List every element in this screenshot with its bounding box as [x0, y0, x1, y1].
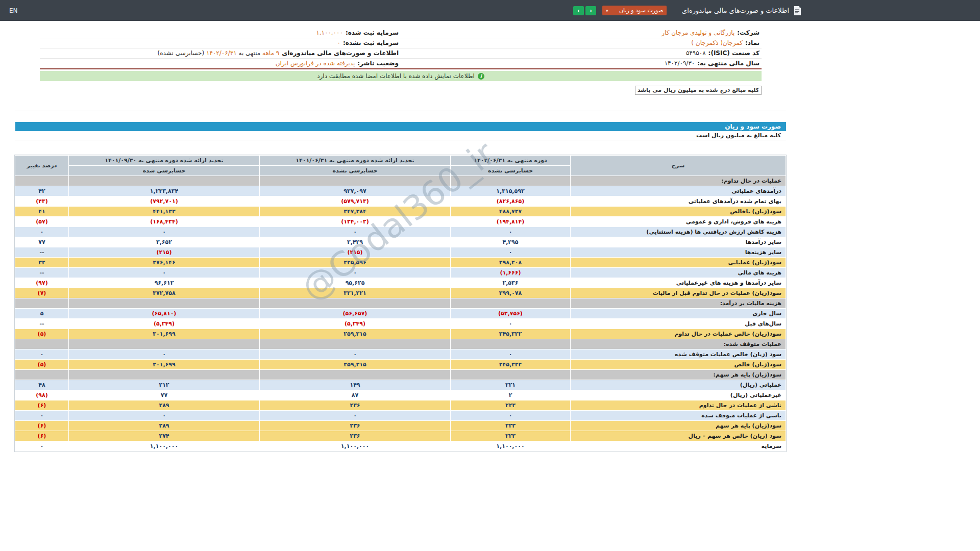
value-cell: (۲۱۵) — [69, 247, 260, 258]
section-row: سود(زیان) پایه هر سهم: — [15, 370, 786, 380]
value-cell: ۰ — [69, 349, 260, 360]
value-cell: ۰ — [69, 411, 260, 421]
info-value: منتهی به — [238, 49, 260, 57]
value-cell — [451, 298, 571, 309]
value-cell: (۷) — [15, 288, 69, 298]
row-label: هزینه های فروش، اداری و عمومی — [571, 217, 786, 227]
info-cell: وضعیت ناشر:پذیرفته شده در فرابورس ایران — [40, 59, 401, 69]
info-value: بازرگانی و تولیدی مرجان کار — [662, 29, 734, 36]
value-cell: ۰ — [15, 411, 69, 421]
value-cell: ۲۲۳ — [451, 400, 571, 411]
value-cell: (۵) — [15, 329, 69, 339]
value-cell: (۱۲۴,۰۰۲) — [260, 217, 451, 227]
value-cell: ۰ — [69, 227, 260, 237]
value-cell: ۱,۱۰۰,۰۰۰ — [69, 441, 260, 452]
section-row: عملیات در حال تداوم: — [15, 176, 786, 186]
value-cell: ۱,۳۱۵,۵۹۲ — [451, 186, 571, 196]
value-cell: ۴۸۸,۷۲۷ — [451, 207, 571, 217]
value-cell: ۰ — [15, 227, 69, 237]
row-label: سود (زیان) خالص هر سهم – ریال — [571, 431, 786, 441]
next-statement-button[interactable]: › — [573, 6, 584, 15]
signature-banner-text: اطلاعات نمایش داده شده با اطلاعات امضا ش… — [317, 72, 475, 80]
value-cell: ۰ — [260, 349, 451, 360]
info-row: کد صنعت (ISIC):۵۴۹۵۰۸ اطلاعات و صورت‌های… — [40, 48, 762, 59]
data-row: سرمایه۱,۱۰۰,۰۰۰۱,۱۰۰,۰۰۰۱,۱۰۰,۰۰۰۰ — [15, 441, 786, 452]
data-row: سود(زیان) پایه هر سهم۲۲۳۲۳۶۲۸۹(۶) — [15, 421, 786, 431]
value-cell: ۴,۲۹۵ — [451, 237, 571, 247]
value-cell: (۵۷۹,۷۱۳) — [260, 196, 451, 207]
column-header: درصد تغییر — [15, 156, 69, 176]
data-row: غیرعملیاتی (ریال)۲۸۷۷۷(۹۸) — [15, 390, 786, 400]
value-cell: ۲۷۴ — [69, 431, 260, 441]
row-label: درآمدهای عملیاتی — [571, 186, 786, 196]
unit-note-tab[interactable]: کلیه مبالغ درج شده به میلیون ریال می باش… — [635, 86, 762, 95]
row-label: هزینه مالیات بر درآمد: — [571, 298, 786, 309]
value-cell: ۲۹۸,۲۰۸ — [451, 258, 571, 268]
value-cell — [69, 298, 260, 309]
info-label: نماد: — [745, 39, 760, 46]
prev-statement-button[interactable]: ‹ — [585, 6, 596, 15]
value-cell: ۲۴۵,۳۲۲ — [451, 329, 571, 339]
data-row: سایر درآمدها۴,۲۹۵۲,۴۲۹۳,۶۵۲۷۷ — [15, 237, 786, 247]
language-toggle[interactable]: EN — [9, 7, 18, 14]
row-label: سرمایه — [571, 441, 786, 452]
value-cell: ۲,۵۳۶ — [451, 278, 571, 288]
value-cell: ۰ — [451, 227, 571, 237]
value-cell — [15, 339, 69, 349]
statement-select-value: صورت سود و زیان — [619, 7, 663, 14]
value-cell: ۲ — [451, 390, 571, 400]
info-label: سرمایه ثبت نشده: — [343, 39, 399, 46]
data-row: هزینه های فروش، اداری و عمومی(۱۹۴,۸۱۴)(۱… — [15, 217, 786, 227]
value-cell: (۵,۲۴۹) — [69, 319, 260, 329]
value-cell: ۲۲۵,۵۹۶ — [260, 258, 451, 268]
data-row: سود(زیان) خالص عملیات در حال تداوم۲۴۵,۳۲… — [15, 329, 786, 339]
value-cell — [260, 176, 451, 186]
data-row: ناشی از عملیات متوقف شده۰۰۰۰ — [15, 411, 786, 421]
data-row: ناشی از عملیات در حال تداوم۲۲۳۲۳۶۲۸۹(۶) — [15, 400, 786, 411]
value-cell: ۰ — [260, 268, 451, 278]
data-row: سود (زیان) خالص عملیات متوقف شده۰۰۰۰ — [15, 349, 786, 360]
info-label: سرمایه ثبت شده: — [346, 29, 399, 36]
table-body: عملیات در حال تداوم:درآمدهای عملیاتی۱,۳۱… — [15, 176, 786, 452]
value-cell: (۵۷) — [15, 217, 69, 227]
value-cell: -- — [15, 319, 69, 329]
value-cell: ۰ — [15, 441, 69, 452]
value-cell — [69, 339, 260, 349]
info-value: ۹ ماهه — [262, 49, 279, 57]
data-row: سایر هزینه‌ها۰(۲۱۵)(۲۱۵)-- — [15, 247, 786, 258]
report-icon — [793, 6, 801, 15]
column-subheader: حسابرسی نشده — [451, 166, 571, 176]
row-label: سود (زیان) خالص عملیات متوقف شده — [571, 349, 786, 360]
row-label: سایر درآمدها و هزینه های غیرعملیاتی — [571, 278, 786, 288]
info-cell: سال مالی منتهی به:۱۴۰۲/۰۹/۳۰ — [401, 59, 762, 69]
value-cell: (۵,۲۴۹) — [260, 319, 451, 329]
data-row: سود(زیان) خالص۲۴۵,۳۲۲۲۵۹,۳۱۵۳۰۱,۶۹۹(۵) — [15, 360, 786, 370]
value-cell: ۴۴۱,۱۳۳ — [69, 207, 260, 217]
section-row: هزینه مالیات بر درآمد: — [15, 298, 786, 309]
row-label: سود(زیان) پایه هر سهم: — [571, 370, 786, 380]
value-cell: (۱۶۸,۴۲۴) — [69, 217, 260, 227]
info-value: ۱۴۰۲/۰۹/۳۰ — [665, 60, 695, 67]
value-cell: (۴۳) — [15, 196, 69, 207]
column-header: شرح — [571, 156, 786, 176]
info-cell: شرکت:بازرگانی و تولیدی مرجان کار — [401, 28, 762, 38]
row-label: ناشی از عملیات در حال تداوم — [571, 400, 786, 411]
value-cell: (۶) — [15, 400, 69, 411]
value-cell: ۰ — [451, 319, 571, 329]
column-subheader: حسابرسی نشده — [260, 166, 451, 176]
statement-select[interactable]: صورت سود و زیان ▾ — [602, 6, 667, 15]
row-label: سال جاری — [571, 309, 786, 319]
value-cell: ۲,۴۲۹ — [260, 237, 451, 247]
value-cell: ۲۵۹,۳۱۵ — [260, 329, 451, 339]
value-cell: ۲۳۶ — [260, 421, 451, 431]
value-cell: ۰ — [69, 268, 260, 278]
data-row: بهای تمام شده درآمدهای عملیاتی(۸۲۶,۸۶۵)(… — [15, 196, 786, 207]
value-cell: ۲۱۲ — [69, 380, 260, 390]
row-label: سایر هزینه‌ها — [571, 247, 786, 258]
column-header: دوره منتهی به ۱۴۰۲/۰۶/۳۱ — [451, 156, 571, 166]
value-cell: ۹۲۷,۰۹۷ — [260, 186, 451, 196]
row-label: هزینه کاهش ارزش دریافتنی ها (هزینه استثن… — [571, 227, 786, 237]
column-subheader: حسابرسی شده — [69, 166, 260, 176]
value-cell: ۲۵۹,۳۱۵ — [260, 360, 451, 370]
value-cell: (۱۹۴,۸۱۴) — [451, 217, 571, 227]
